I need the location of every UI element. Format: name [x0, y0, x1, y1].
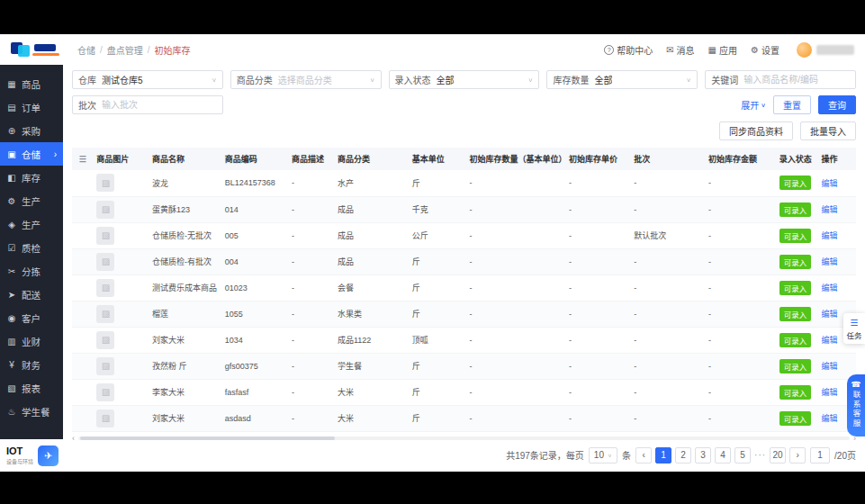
- batch-import-button[interactable]: 批量导入: [800, 122, 856, 140]
- messages-button[interactable]: ✉ 消息: [666, 43, 694, 57]
- warehouse-value: 测试仓库5: [102, 73, 143, 86]
- cell-category: 成品: [334, 196, 409, 222]
- main-content: 仓库 测试仓库5 ∨ 商品分类 选择商品分类 ∨ 录入状态 全部 ∨ 库存数量 …: [63, 65, 865, 472]
- apps-button[interactable]: ▦ 应用: [708, 43, 737, 57]
- edit-link[interactable]: 编辑: [821, 388, 837, 397]
- table-row: ▨刘家大米1034-成品1122顶呱----可录入编辑: [72, 327, 856, 353]
- sidebar-footer: IOT 设备与环境 ✈: [0, 439, 63, 472]
- cell-actions: 编辑: [817, 274, 856, 301]
- contact-support-label: 联系客服: [851, 391, 861, 428]
- edit-link[interactable]: 编辑: [821, 257, 837, 266]
- chevron-right-icon: ›: [54, 149, 57, 159]
- user-menu[interactable]: [797, 42, 854, 58]
- sidebar-item-label: 商品: [22, 77, 41, 91]
- keyword-input[interactable]: [743, 75, 850, 85]
- bell-icon: ✉: [666, 45, 673, 55]
- sidebar-item-label: 学生餐: [22, 405, 50, 418]
- sync-products-button[interactable]: 同步商品资料: [719, 122, 793, 140]
- page-button[interactable]: 4: [715, 447, 731, 464]
- search-button[interactable]: 查询: [818, 95, 856, 114]
- warehouse-select[interactable]: 仓库 测试仓库5 ∨: [72, 70, 223, 89]
- edit-link[interactable]: 编辑: [821, 336, 837, 345]
- product-image-placeholder: ▨: [96, 174, 114, 192]
- cell-status: 可录入: [776, 327, 818, 353]
- row-leading-cell: [72, 274, 93, 301]
- batch-label: 批次: [78, 98, 96, 112]
- brand-logo: [11, 41, 63, 58]
- cell-initial-amount: -: [705, 353, 776, 379]
- apps-icon: ▦: [708, 45, 716, 55]
- page-button[interactable]: 5: [734, 447, 751, 464]
- cell-batch: -: [630, 327, 705, 353]
- table-row: ▨李家大米fasfasf-大米斤----可录入编辑: [72, 379, 856, 405]
- sidebar-item-inventory[interactable]: ◧库存: [0, 166, 63, 189]
- cell-product-code: 1034: [221, 327, 288, 353]
- edit-link[interactable]: 编辑: [821, 284, 837, 292]
- sidebar-item-warehouse[interactable]: ▣仓储›: [0, 142, 63, 166]
- sidebar-item-label: 配送: [22, 288, 41, 302]
- page-button[interactable]: 2: [675, 447, 691, 464]
- cell-product-name: 榴莲: [149, 301, 221, 327]
- sidebar-item-sorting[interactable]: ✂分拣: [0, 259, 63, 283]
- horizontal-scrollbar[interactable]: ‹ ›: [72, 434, 856, 443]
- task-icon: ☰: [843, 318, 865, 328]
- help-center-button[interactable]: ? 帮助中心: [604, 43, 653, 57]
- sidebar-item-finance[interactable]: ¥财务: [0, 353, 63, 376]
- cell-product-code: asdasd: [221, 405, 288, 431]
- cell-batch: -: [630, 248, 705, 274]
- scrollbar-thumb[interactable]: [80, 436, 335, 440]
- edit-link[interactable]: 编辑: [821, 310, 837, 319]
- breadcrumb-item[interactable]: 盘点管理: [107, 43, 143, 57]
- batch-input[interactable]: [102, 100, 217, 110]
- sidebar-item-production-2[interactable]: ◈生产: [0, 212, 63, 236]
- cell-product-name: 孜然粉 斤: [149, 353, 221, 379]
- edit-link[interactable]: 编辑: [821, 414, 837, 423]
- cell-unit: 斤: [409, 405, 466, 431]
- sidebar-item-reports[interactable]: ▧报表: [0, 376, 63, 400]
- edit-link[interactable]: 编辑: [821, 179, 837, 188]
- entry-status-select[interactable]: 录入状态 全部 ∨: [389, 70, 540, 89]
- sidebar-item-production-1[interactable]: ⚙生产: [0, 189, 63, 212]
- page-button[interactable]: 1: [655, 447, 671, 464]
- avatar: [797, 42, 812, 58]
- column-header: 商品分类: [334, 148, 409, 170]
- edit-link[interactable]: 编辑: [821, 205, 837, 214]
- cell-unit: 斤: [409, 379, 466, 405]
- body-row: ▦商品▤订单⊕采购▣仓储›◧库存⚙生产◈生产☑质检✂分拣➤配送◉客户▥业财¥财务…: [0, 65, 865, 472]
- settings-button[interactable]: ⚙ 设置: [751, 43, 779, 57]
- page-total-label: /20页: [834, 448, 856, 462]
- page-button[interactable]: 3: [695, 447, 711, 464]
- sidebar-item-customer[interactable]: ◉客户: [0, 306, 63, 329]
- cell-product-code: 1055: [221, 301, 288, 327]
- edit-link[interactable]: 编辑: [821, 362, 837, 371]
- stock-qty-select[interactable]: 库存数量 全部 ∨: [546, 70, 698, 89]
- sidebar-item-delivery[interactable]: ➤配送: [0, 283, 63, 306]
- category-select[interactable]: 商品分类 选择商品分类 ∨: [230, 70, 382, 89]
- breadcrumb-item[interactable]: 仓储: [77, 43, 95, 57]
- sidebar-item-goods[interactable]: ▦商品: [0, 72, 63, 95]
- page-jump-input[interactable]: 1: [810, 447, 830, 464]
- next-page-button[interactable]: ›: [789, 447, 806, 464]
- edit-link[interactable]: 编辑: [821, 231, 837, 240]
- cell-category: 成品1122: [334, 327, 409, 353]
- sidebar-item-orders[interactable]: ▤订单: [0, 95, 63, 119]
- scrollbar-track[interactable]: [78, 436, 850, 440]
- sidebar-item-business-finance[interactable]: ▥业财: [0, 329, 63, 353]
- page-size-select[interactable]: 10 ∨: [589, 447, 617, 464]
- row-leading-cell: [72, 170, 93, 196]
- status-badge: 可录入: [779, 202, 812, 217]
- entry-status-value: 全部: [437, 73, 455, 86]
- sidebar-item-student-meal[interactable]: ♨学生餐: [0, 400, 63, 423]
- column-settings-icon[interactable]: ☰: [79, 155, 86, 164]
- prev-page-button[interactable]: ‹: [635, 447, 652, 464]
- product-image-placeholder: ▨: [96, 253, 114, 271]
- scroll-left-icon[interactable]: ‹: [72, 434, 75, 443]
- apps-label: 应用: [719, 43, 737, 57]
- sidebar-item-quality[interactable]: ☑质检: [0, 236, 63, 259]
- sidebar-item-purchase[interactable]: ⊕采购: [0, 119, 63, 142]
- expand-toggle[interactable]: 展开 ∨: [741, 98, 766, 112]
- contact-support-float-button[interactable]: ☎ 联系客服: [847, 374, 865, 436]
- reset-button[interactable]: 重置: [773, 95, 811, 114]
- page-button[interactable]: 20: [770, 447, 786, 464]
- task-float-button[interactable]: ☰ 任务: [843, 313, 865, 344]
